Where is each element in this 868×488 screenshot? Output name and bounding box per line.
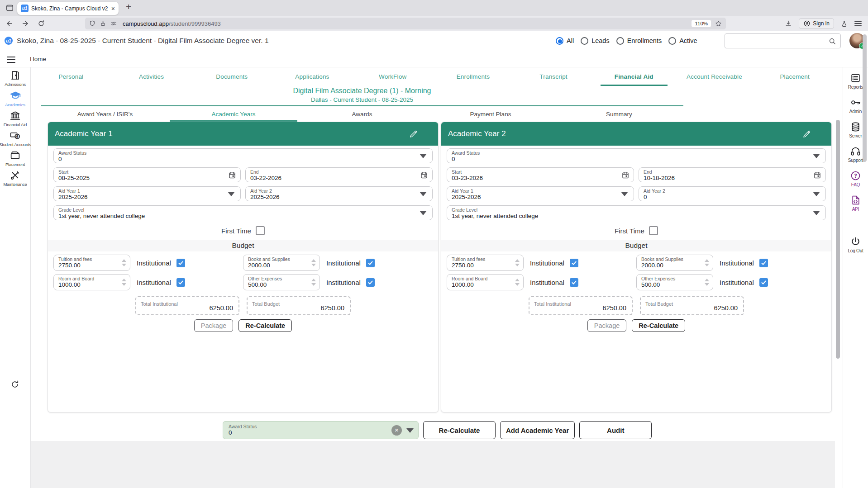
subtab-summary[interactable]: Summary bbox=[555, 106, 683, 122]
start-date-field[interactable]: Start 03-23-2026 bbox=[447, 167, 634, 182]
sidebar-item-student-accounts[interactable]: Student Accounts bbox=[0, 130, 30, 147]
number-spinner[interactable] bbox=[705, 259, 709, 266]
reload-button[interactable] bbox=[37, 19, 45, 28]
tab-activities[interactable]: Activities bbox=[111, 67, 192, 86]
grade-level-field[interactable]: Grade Level 1st year, never attended col… bbox=[447, 205, 826, 220]
sidebar-item-placement[interactable]: Placement bbox=[0, 150, 30, 167]
aid-year-1-field[interactable]: Aid Year 1 2025-2026 bbox=[447, 186, 634, 201]
tab-account-receivable[interactable]: Account Receivable bbox=[674, 67, 755, 86]
start-date-field[interactable]: Start 08-25-2025 bbox=[53, 167, 241, 182]
edit-pencil-icon[interactable] bbox=[409, 129, 418, 139]
tab-placement[interactable]: Placement bbox=[754, 67, 835, 86]
footer-recalculate-button[interactable]: Re-Calculate bbox=[423, 421, 496, 439]
room-board-field[interactable]: Room and Board 1000.00 bbox=[447, 274, 524, 290]
radio-icon[interactable] bbox=[668, 37, 676, 45]
subtab-payment-plans[interactable]: Payment Plans bbox=[426, 106, 555, 122]
sign-in-button[interactable]: Sign in bbox=[799, 18, 834, 29]
end-date-field[interactable]: End 03-22-2026 bbox=[245, 167, 433, 182]
radio-icon[interactable] bbox=[556, 37, 563, 45]
aid-year-2-field[interactable]: Aid Year 2 2025-2026 bbox=[245, 186, 433, 201]
student-search-input[interactable] bbox=[725, 33, 841, 48]
tab-financial-aid[interactable]: Financial Aid bbox=[594, 67, 674, 86]
sidebar-item-academics[interactable]: Academics bbox=[0, 90, 30, 107]
edit-pencil-icon[interactable] bbox=[802, 129, 811, 139]
clear-icon[interactable]: × bbox=[391, 425, 402, 436]
bookmark-star-icon[interactable] bbox=[715, 20, 722, 28]
books-supplies-field[interactable]: Books and Supplies 2000.00 bbox=[636, 255, 713, 271]
institutional-checkbox[interactable] bbox=[366, 278, 375, 287]
first-time-checkbox[interactable] bbox=[649, 226, 658, 235]
refresh-icon[interactable] bbox=[10, 379, 20, 389]
recalculate-button[interactable]: Re-Calculate bbox=[238, 319, 292, 332]
room-board-field[interactable]: Room and Board 1000.00 bbox=[53, 274, 130, 290]
tab-overview-icon[interactable] bbox=[5, 4, 14, 12]
award-status-field[interactable]: Award Status 0 bbox=[447, 148, 826, 163]
search-icon[interactable] bbox=[828, 37, 837, 46]
number-spinner[interactable] bbox=[311, 279, 316, 286]
filter-enrollments[interactable]: Enrollments bbox=[616, 37, 662, 45]
radio-icon[interactable] bbox=[581, 37, 588, 45]
grade-level-field[interactable]: Grade Level 1st year, never attended col… bbox=[53, 205, 433, 220]
tab-enrollments[interactable]: Enrollments bbox=[433, 67, 514, 86]
institutional-checkbox[interactable] bbox=[366, 259, 375, 267]
tab-workflow[interactable]: WorkFlow bbox=[353, 67, 433, 86]
institutional-checkbox[interactable] bbox=[176, 259, 185, 267]
first-time-checkbox[interactable] bbox=[256, 226, 265, 235]
extensions-icon[interactable] bbox=[840, 20, 848, 28]
number-spinner[interactable] bbox=[122, 279, 126, 286]
sidebar-item-api[interactable]: API bbox=[843, 194, 868, 212]
package-button[interactable]: Package bbox=[587, 319, 626, 332]
tab-applications[interactable]: Applications bbox=[272, 67, 353, 86]
sidebar-item-admissions[interactable]: Admissions bbox=[0, 70, 30, 87]
tuition-fees-field[interactable]: Tuition and fees 2750.00 bbox=[447, 255, 524, 271]
number-spinner[interactable] bbox=[515, 279, 520, 286]
package-button[interactable]: Package bbox=[194, 319, 233, 332]
menu-icon[interactable] bbox=[7, 55, 15, 65]
lock-icon[interactable] bbox=[100, 20, 106, 27]
recalculate-button[interactable]: Re-Calculate bbox=[632, 319, 685, 332]
subtab-award-years-isirs[interactable]: Award Years / ISIR's bbox=[41, 106, 169, 122]
address-bar[interactable]: campuscloud.app/student/999936493 110% bbox=[85, 18, 726, 29]
number-spinner[interactable] bbox=[122, 259, 126, 266]
shield-icon[interactable] bbox=[89, 20, 96, 27]
tab-documents[interactable]: Documents bbox=[191, 67, 272, 86]
calendar-icon[interactable] bbox=[813, 171, 821, 179]
filter-active[interactable]: Active bbox=[668, 37, 697, 45]
calendar-icon[interactable] bbox=[420, 171, 428, 179]
nav-home[interactable]: Home bbox=[30, 51, 46, 67]
content-scrollbar[interactable] bbox=[835, 67, 843, 488]
books-supplies-field[interactable]: Books and Supplies 2000.00 bbox=[243, 255, 320, 271]
footer-award-status-select[interactable]: Award Status 0 × bbox=[223, 421, 419, 439]
content-scrollbar-thumb[interactable] bbox=[836, 120, 840, 359]
permissions-icon[interactable] bbox=[110, 20, 117, 27]
downloads-icon[interactable] bbox=[784, 19, 792, 28]
browser-tab[interactable]: u1 Skoko, Zina - Campus Cloud v2 × bbox=[17, 2, 119, 15]
other-expenses-field[interactable]: Other Expenses 500.00 bbox=[243, 274, 320, 290]
institutional-checkbox[interactable] bbox=[759, 278, 768, 287]
tab-transcript[interactable]: Transcript bbox=[513, 67, 594, 86]
back-button[interactable] bbox=[5, 19, 14, 28]
award-status-field[interactable]: Award Status 0 bbox=[53, 148, 433, 163]
institutional-checkbox[interactable] bbox=[176, 278, 185, 287]
aid-year-2-field[interactable]: Aid Year 2 0 bbox=[639, 186, 826, 201]
new-tab-button[interactable]: + bbox=[126, 1, 131, 12]
sidebar-item-faq[interactable]: FAQ bbox=[843, 170, 868, 187]
tab-close-icon[interactable]: × bbox=[111, 5, 115, 12]
sidebar-item-financial-aid[interactable]: Financial Aid bbox=[0, 110, 30, 127]
forward-button[interactable] bbox=[21, 19, 29, 28]
zoom-level-badge[interactable]: 110% bbox=[692, 20, 711, 27]
radio-icon[interactable] bbox=[616, 37, 624, 45]
browser-menu-icon[interactable] bbox=[854, 19, 862, 28]
sidebar-item-maintenance[interactable]: Maintenance bbox=[0, 170, 30, 187]
subtab-awards[interactable]: Awards bbox=[298, 106, 426, 122]
calendar-icon[interactable] bbox=[621, 171, 630, 179]
tab-personal[interactable]: Personal bbox=[31, 67, 111, 86]
add-academic-year-button[interactable]: Add Academic Year bbox=[500, 421, 575, 439]
aid-year-1-field[interactable]: Aid Year 1 2025-2026 bbox=[53, 186, 241, 201]
institutional-checkbox[interactable] bbox=[759, 259, 768, 267]
number-spinner[interactable] bbox=[705, 279, 709, 286]
institutional-checkbox[interactable] bbox=[570, 259, 578, 267]
filter-all[interactable]: All bbox=[556, 37, 574, 45]
audit-button[interactable]: Audit bbox=[579, 421, 652, 439]
tuition-fees-field[interactable]: Tuition and fees 2750.00 bbox=[53, 255, 130, 271]
